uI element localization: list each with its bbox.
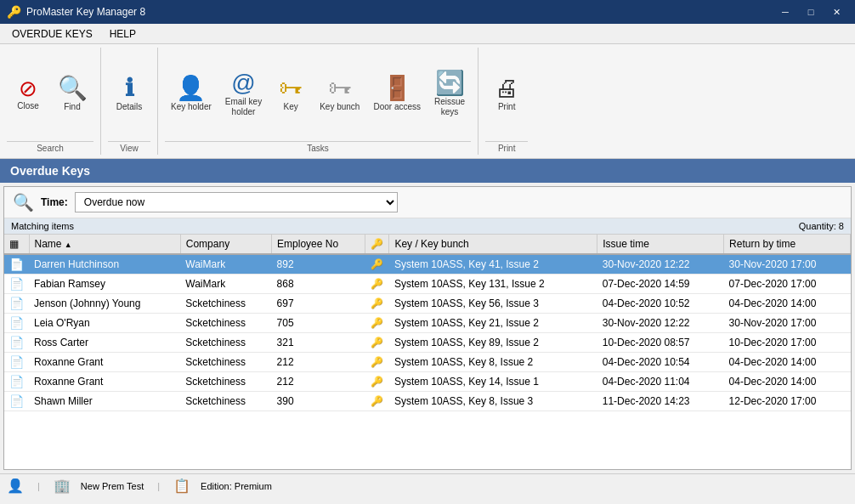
col-icon-symbol: ▦	[9, 238, 19, 250]
row-key-icon: 🔑	[365, 372, 389, 392]
row-company: Scketchiness	[180, 372, 271, 392]
close-button[interactable]: ⊘ Close	[7, 73, 49, 116]
row-company: Scketchiness	[180, 314, 271, 333]
email-keyholder-button[interactable]: @ Email keyholder	[219, 67, 268, 122]
row-issue-time: 04-Dec-2020 11:04	[597, 372, 724, 392]
print-icon: 🖨	[495, 76, 518, 100]
keyholder-icon: 👤	[176, 76, 206, 100]
row-employee-no: 705	[272, 314, 365, 333]
row-key-icon: 🔑	[365, 275, 389, 294]
close-window-button[interactable]: ✕	[824, 3, 848, 20]
user-icon: 👤	[7, 478, 24, 494]
row-company: WaiMark	[180, 275, 271, 294]
table-row[interactable]: 📄 Darren Hutchinson WaiMark 892 🔑 System…	[4, 254, 851, 275]
row-name: Roxanne Grant	[29, 353, 180, 372]
print-button[interactable]: 🖨 Print	[485, 72, 528, 116]
row-key-bunch: System 10ASS, Key 131, Issue 2	[389, 275, 597, 294]
reissue-keys-button[interactable]: 🔄 Reissuekeys	[428, 67, 471, 122]
edition-icon: 📋	[173, 478, 190, 494]
row-employee-no: 868	[272, 275, 365, 294]
menu-item-overdue-keys[interactable]: OVERDUE KEYS	[3, 26, 101, 42]
row-return-time: 30-Nov-2020 17:00	[724, 254, 851, 275]
row-return-time: 04-Dec-2020 14:00	[724, 372, 851, 392]
key-icon: 🗝	[279, 76, 303, 100]
row-icon: 📄	[9, 336, 24, 349]
row-checkbox[interactable]: 📄	[4, 275, 29, 294]
row-checkbox[interactable]: 📄	[4, 254, 29, 275]
table-row[interactable]: 📄 Shawn Miller Scketchiness 390 🔑 System…	[4, 392, 851, 411]
row-return-time: 12-Dec-2020 17:00	[724, 392, 851, 411]
toolbar-group-print: 🖨 Print Print	[478, 48, 535, 155]
details-label: Details	[116, 102, 143, 112]
key-label: Key	[284, 102, 298, 112]
row-icon: 📄	[9, 375, 24, 388]
col-employee-no[interactable]: Employee No	[272, 235, 365, 254]
row-return-time: 07-Dec-2020 17:00	[724, 275, 851, 294]
table-header-row: ▦ Name Company Employee No 🔑 Key / Key b…	[4, 235, 851, 254]
door-access-icon: 🚪	[382, 76, 412, 100]
row-key-icon: 🔑	[365, 314, 389, 333]
row-company: Scketchiness	[180, 333, 271, 353]
table-row[interactable]: 📄 Roxanne Grant Scketchiness 212 🔑 Syste…	[4, 353, 851, 372]
key-button[interactable]: 🗝 Key	[269, 72, 312, 116]
app-title: ProMaster Key Manager 8	[26, 6, 773, 18]
row-checkbox[interactable]: 📄	[4, 372, 29, 392]
toolbar-group-view: ℹ Details View	[101, 48, 158, 155]
row-checkbox[interactable]: 📄	[4, 353, 29, 372]
col-issue-time[interactable]: Issue time	[597, 235, 724, 254]
details-icon: ℹ	[125, 76, 134, 100]
minimize-button[interactable]: ─	[773, 3, 797, 20]
keyholder-button[interactable]: 👤 Key holder	[165, 72, 218, 116]
row-checkbox[interactable]: 📄	[4, 314, 29, 333]
table-row[interactable]: 📄 Leia O'Ryan Scketchiness 705 🔑 System …	[4, 314, 851, 333]
time-select[interactable]: Overdue now	[75, 192, 398, 212]
details-button[interactable]: ℹ Details	[108, 72, 150, 116]
col-key-bunch[interactable]: Key / Key bunch	[389, 235, 597, 254]
door-access-label: Door access	[373, 102, 421, 112]
col-name[interactable]: Name	[29, 235, 180, 254]
row-icon: 📄	[9, 297, 24, 310]
table-row[interactable]: 📄 Roxanne Grant Scketchiness 212 🔑 Syste…	[4, 372, 851, 392]
status-bar: Matching items Quantity: 8	[4, 218, 851, 235]
toolbar-group-search: ⊘ Close 🔍 Find Search	[0, 48, 101, 155]
keybunch-label: Key bunch	[320, 102, 360, 112]
row-issue-time: 04-Dec-2020 10:52	[597, 294, 724, 314]
keyholder-label: Key holder	[171, 102, 212, 112]
col-return-time[interactable]: Return by time	[724, 235, 851, 254]
close-icon: ⊘	[19, 77, 37, 99]
email-icon: @	[231, 71, 255, 95]
door-access-button[interactable]: 🚪 Door access	[367, 72, 427, 116]
page-title: Overdue Keys	[0, 159, 855, 183]
row-key-icon: 🔑	[365, 333, 389, 353]
keybunch-button[interactable]: 🗝 Key bunch	[314, 72, 365, 116]
row-company: Scketchiness	[180, 353, 271, 372]
table-row[interactable]: 📄 Fabian Ramsey WaiMark 868 🔑 System 10A…	[4, 275, 851, 294]
find-button[interactable]: 🔍 Find	[51, 72, 93, 116]
row-icon: 📄	[9, 394, 24, 408]
row-icon: 📄	[9, 258, 24, 271]
row-checkbox[interactable]: 📄	[4, 392, 29, 411]
col-icon[interactable]: ▦	[4, 235, 29, 254]
row-company: Scketchiness	[180, 392, 271, 411]
maximize-button[interactable]: □	[799, 3, 823, 20]
row-issue-time: 04-Dec-2020 10:54	[597, 353, 724, 372]
email-keyholder-label: Email keyholder	[225, 97, 262, 117]
menu-item-help[interactable]: HELP	[101, 26, 144, 42]
app-icon: 🔑	[7, 5, 21, 19]
row-issue-time: 10-Dec-2020 08:57	[597, 333, 724, 353]
window-controls: ─ □ ✕	[773, 3, 848, 20]
table-row[interactable]: 📄 Ross Carter Scketchiness 321 🔑 System …	[4, 333, 851, 353]
row-icon: 📄	[9, 355, 24, 369]
row-return-time: 10-Dec-2020 17:00	[724, 333, 851, 353]
row-employee-no: 390	[272, 392, 365, 411]
row-employee-no: 697	[272, 294, 365, 314]
tasks-group-label: Tasks	[165, 141, 471, 155]
row-issue-time: 30-Nov-2020 12:22	[597, 314, 724, 333]
table-row[interactable]: 📄 Jenson (Johnny) Young Scketchiness 697…	[4, 294, 851, 314]
row-name: Jenson (Johnny) Young	[29, 294, 180, 314]
row-checkbox[interactable]: 📄	[4, 333, 29, 353]
col-company[interactable]: Company	[180, 235, 271, 254]
row-checkbox[interactable]: 📄	[4, 294, 29, 314]
bottom-bar: 👤 | 🏢 New Prem Test | 📋 Edition: Premium	[0, 473, 855, 497]
row-name: Darren Hutchinson	[29, 254, 180, 275]
